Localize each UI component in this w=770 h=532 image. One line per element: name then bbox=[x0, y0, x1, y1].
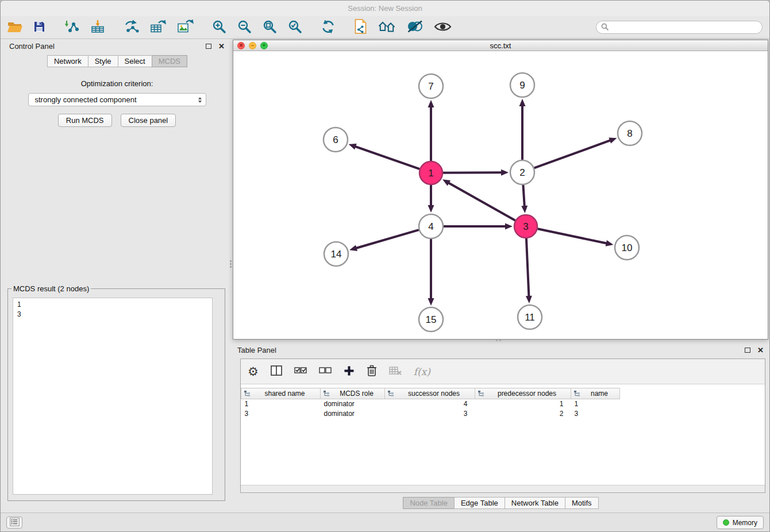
add-column-button[interactable] bbox=[344, 365, 355, 378]
column-header-successor-nodes[interactable]: successor nodes bbox=[385, 388, 475, 399]
close-table-panel-icon[interactable]: ✕ bbox=[757, 346, 764, 354]
vertical-splitter-handle[interactable] bbox=[230, 260, 232, 262]
style-painter-button[interactable] bbox=[406, 19, 424, 36]
open-session-button[interactable] bbox=[6, 20, 24, 36]
graph-edge[interactable] bbox=[523, 185, 524, 207]
zoom-out-button[interactable] bbox=[236, 18, 253, 37]
network-window-title: scc.txt bbox=[490, 41, 511, 50]
column-header-mcds-role[interactable]: MCDS role bbox=[321, 388, 385, 399]
zoom-fit-button[interactable] bbox=[261, 18, 278, 37]
show-details-button[interactable] bbox=[433, 20, 453, 35]
table-row[interactable]: 3 dominator 3 2 3 bbox=[241, 409, 620, 419]
cell-name[interactable]: 3 bbox=[571, 409, 620, 419]
graph-edge[interactable] bbox=[356, 230, 419, 248]
close-panel-icon[interactable]: ✕ bbox=[218, 43, 225, 50]
graph-node-label: 9 bbox=[519, 80, 525, 91]
deselect-all-columns-button[interactable] bbox=[319, 366, 332, 377]
delete-column-button[interactable] bbox=[367, 365, 377, 378]
horizontal-splitter-handle[interactable] bbox=[496, 340, 498, 341]
export-image-button[interactable] bbox=[176, 18, 195, 36]
float-table-panel-icon[interactable] bbox=[745, 348, 750, 353]
column-header-shared-name[interactable]: shared name bbox=[241, 388, 321, 399]
graph-edge[interactable] bbox=[355, 147, 419, 169]
export-table-button[interactable] bbox=[149, 18, 168, 36]
memory-label: Memory bbox=[733, 519, 757, 527]
eye-icon bbox=[434, 21, 452, 34]
cell-successor-nodes[interactable]: 4 bbox=[385, 399, 475, 409]
graph-edge[interactable] bbox=[534, 140, 611, 168]
tab-network[interactable]: Network bbox=[47, 55, 88, 67]
table-header-row: shared name MCDS role successor nodes pr… bbox=[241, 388, 620, 399]
graph-node-label: 14 bbox=[331, 249, 342, 260]
search-input[interactable] bbox=[611, 23, 757, 32]
save-disk-icon bbox=[33, 21, 45, 34]
memory-button[interactable]: Memory bbox=[717, 516, 764, 529]
zoom-in-button[interactable] bbox=[211, 18, 228, 37]
minimize-window-icon[interactable]: − bbox=[249, 42, 256, 49]
table-row[interactable]: 1 dominator 4 1 1 bbox=[241, 399, 620, 409]
tab-mcds[interactable]: MCDS bbox=[152, 55, 187, 67]
network-window-titlebar[interactable]: ✕ − + scc.txt bbox=[233, 40, 768, 51]
status-bar: Memory bbox=[1, 512, 769, 531]
cell-mcds-role[interactable]: dominator bbox=[321, 409, 385, 419]
tab-network-table[interactable]: Network Table bbox=[505, 497, 565, 509]
zoom-window-icon[interactable]: + bbox=[260, 42, 268, 49]
control-panel-header: Control Panel ✕ bbox=[5, 40, 229, 52]
graph-edge-arrow bbox=[609, 137, 617, 143]
graph-edge[interactable] bbox=[443, 172, 502, 173]
task-history-button[interactable] bbox=[6, 516, 22, 529]
search-box[interactable] bbox=[596, 21, 763, 34]
gear-icon: ⚙ bbox=[248, 365, 259, 377]
cell-predecessor-nodes[interactable]: 2 bbox=[475, 409, 571, 419]
tab-motifs[interactable]: Motifs bbox=[565, 497, 599, 509]
tab-select[interactable]: Select bbox=[118, 55, 152, 67]
run-mcds-button[interactable]: Run MCDS bbox=[58, 114, 112, 127]
graph-edge[interactable] bbox=[538, 229, 607, 243]
cell-shared-name[interactable]: 3 bbox=[241, 409, 321, 419]
graph-edge-arrow bbox=[428, 205, 434, 213]
column-type-icon bbox=[478, 390, 484, 399]
export-network-button[interactable] bbox=[122, 18, 141, 36]
table-panel-body: ⚙ f(x) shared name MCDS role successor bbox=[240, 358, 765, 493]
cell-shared-name[interactable]: 1 bbox=[241, 399, 321, 409]
titlebar[interactable]: Session: New Session bbox=[1, 1, 769, 16]
home-networks-button[interactable] bbox=[377, 19, 397, 36]
cell-mcds-role[interactable]: dominator bbox=[321, 399, 385, 409]
float-panel-icon[interactable] bbox=[206, 44, 211, 49]
tab-node-table[interactable]: Node Table bbox=[403, 497, 455, 509]
mcds-result-text[interactable]: 1 3 bbox=[13, 298, 213, 495]
close-panel-button[interactable]: Close panel bbox=[121, 114, 176, 127]
graph-svg[interactable]: 1234678910111415 bbox=[233, 52, 768, 339]
criterion-dropdown[interactable]: strongly connected component bbox=[28, 93, 206, 106]
column-header-predecessor-nodes[interactable]: predecessor nodes bbox=[475, 388, 571, 399]
import-table-button[interactable] bbox=[89, 18, 106, 36]
save-session-button[interactable] bbox=[32, 20, 47, 36]
cell-name[interactable]: 1 bbox=[571, 399, 620, 409]
network-canvas[interactable]: 1234678910111415 bbox=[233, 52, 768, 339]
delete-table-button[interactable] bbox=[389, 365, 402, 377]
show-columns-button[interactable] bbox=[271, 365, 282, 377]
column-header-name[interactable]: name bbox=[571, 388, 620, 399]
select-all-columns-button[interactable] bbox=[294, 366, 307, 377]
tab-edge-table[interactable]: Edge Table bbox=[454, 497, 505, 509]
graph-node-label: 7 bbox=[428, 81, 433, 92]
cell-successor-nodes[interactable]: 3 bbox=[385, 409, 475, 419]
graph-node-label: 10 bbox=[622, 242, 633, 253]
graph-edge[interactable] bbox=[526, 238, 529, 297]
close-window-icon[interactable]: ✕ bbox=[237, 42, 245, 49]
table-horizontal-scrollbar[interactable] bbox=[241, 485, 765, 492]
tab-style[interactable]: Style bbox=[88, 55, 118, 67]
graph-node-label: 11 bbox=[525, 312, 535, 323]
control-panel-tabs: NetworkStyleSelectMCDS bbox=[5, 55, 229, 67]
style-painter-icon bbox=[407, 20, 423, 34]
graph-edge-arrow bbox=[526, 296, 532, 303]
table-settings-button[interactable]: ⚙ bbox=[248, 365, 259, 377]
cell-predecessor-nodes[interactable]: 1 bbox=[475, 399, 571, 409]
graph-edge-arrow bbox=[501, 169, 509, 176]
network-document-button[interactable] bbox=[353, 18, 368, 37]
import-network-button[interactable] bbox=[63, 18, 80, 36]
refresh-button[interactable] bbox=[319, 18, 337, 37]
function-builder-button[interactable]: f(x) bbox=[414, 366, 430, 377]
graph-edge[interactable] bbox=[448, 183, 515, 221]
zoom-selected-button[interactable] bbox=[287, 18, 303, 37]
